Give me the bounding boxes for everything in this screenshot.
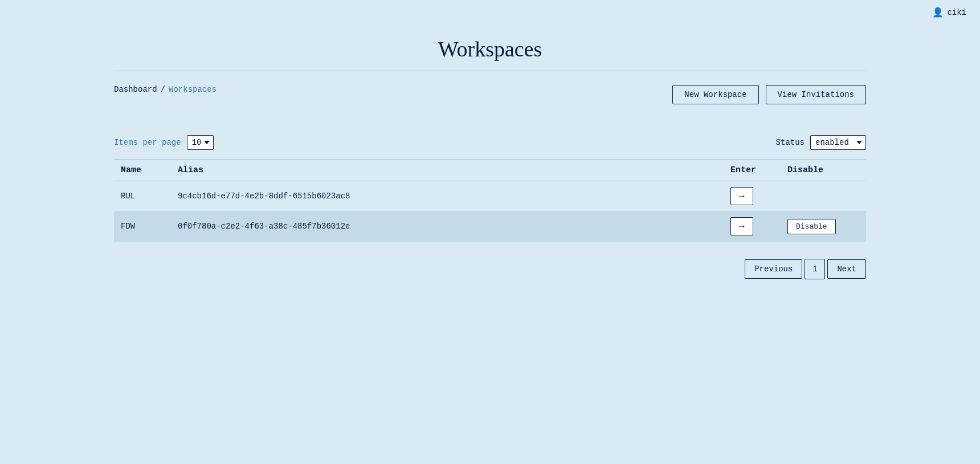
row-enter-0: → bbox=[724, 181, 781, 211]
view-invitations-button[interactable]: View Invitations bbox=[766, 85, 866, 104]
workspaces-table: Name Alias Enter Disable RUL9c4cb16d-e77… bbox=[114, 159, 866, 242]
top-bar: 👤 ciki bbox=[0, 0, 980, 25]
table-row: FDW0f0f780a-c2e2-4f63-a38c-485f7b36012e→… bbox=[114, 211, 866, 242]
col-header-enter: Enter bbox=[724, 160, 781, 181]
enter-button-0[interactable]: → bbox=[730, 187, 753, 205]
row-alias-0: 9c4cb16d-e77d-4e2b-8ddf-6515b6023ac8 bbox=[171, 181, 724, 211]
col-header-disable: Disable bbox=[781, 160, 866, 181]
table-row: RUL9c4cb16d-e77d-4e2b-8ddf-6515b6023ac8→ bbox=[114, 181, 866, 211]
next-button[interactable]: Next bbox=[827, 259, 866, 279]
breadcrumb: Dashboard / Workspaces bbox=[114, 85, 217, 94]
controls-row: Items per page 10 25 50 Status enabled d… bbox=[114, 135, 866, 150]
breadcrumb-home[interactable]: Dashboard bbox=[114, 85, 157, 94]
col-header-name: Name bbox=[114, 160, 171, 181]
breadcrumb-separator: / bbox=[161, 85, 165, 94]
table-header-row: Name Alias Enter Disable bbox=[114, 160, 866, 181]
new-workspace-button[interactable]: New Workspace bbox=[672, 85, 758, 104]
page-container: Workspaces Dashboard / Workspaces New Wo… bbox=[91, 25, 889, 291]
items-per-page-control: Items per page 10 25 50 bbox=[114, 135, 214, 150]
row-name-0: RUL bbox=[114, 181, 171, 211]
user-info: 👤 ciki bbox=[932, 7, 966, 18]
row-disable-1: Disable bbox=[781, 211, 866, 242]
status-filter: Status enabled disabled all bbox=[776, 135, 866, 150]
row-alias-1: 0f0f780a-c2e2-4f63-a38c-485f7b36012e bbox=[171, 211, 724, 242]
row-disable-0 bbox=[781, 181, 866, 211]
disable-button-1[interactable]: Disable bbox=[787, 219, 836, 234]
previous-button[interactable]: Previous bbox=[745, 259, 802, 279]
page-divider bbox=[114, 71, 866, 71]
items-per-page-label: Items per page bbox=[114, 138, 181, 147]
user-icon: 👤 bbox=[932, 7, 944, 18]
page-title: Workspaces bbox=[114, 36, 866, 62]
col-header-alias: Alias bbox=[171, 160, 724, 181]
breadcrumb-current: Workspaces bbox=[169, 85, 217, 94]
status-filter-select[interactable]: enabled disabled all bbox=[810, 135, 866, 150]
status-filter-label: Status bbox=[776, 138, 805, 147]
items-per-page-select[interactable]: 10 25 50 bbox=[187, 135, 214, 150]
enter-button-1[interactable]: → bbox=[730, 217, 753, 235]
actions-row: New Workspace View Invitations bbox=[672, 85, 866, 104]
username: ciki bbox=[947, 8, 966, 17]
row-name-1: FDW bbox=[114, 211, 171, 242]
page-number-1[interactable]: 1 bbox=[805, 259, 825, 279]
pagination: Previous 1 Next bbox=[114, 259, 866, 279]
row-enter-1: → bbox=[724, 211, 781, 242]
